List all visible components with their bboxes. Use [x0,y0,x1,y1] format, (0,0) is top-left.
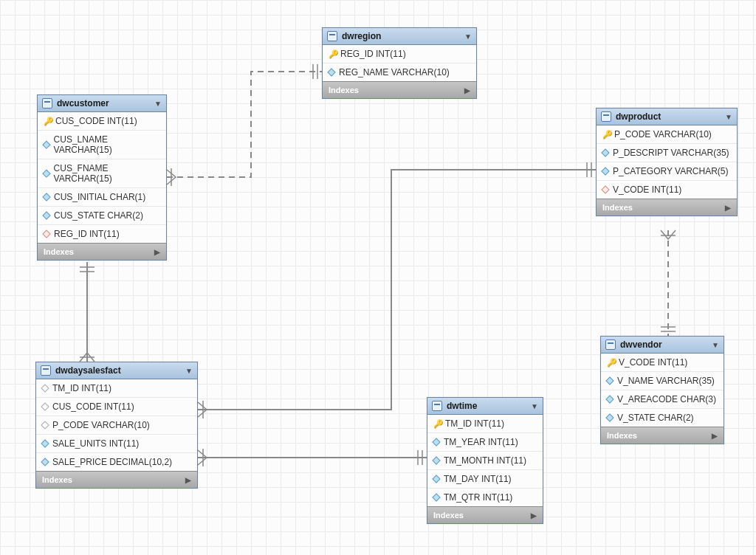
primary-key-icon: 🔑 [433,420,441,427]
table-icon [605,339,616,350]
column-row[interactable]: CUS_LNAME VARCHAR(15) [38,131,166,159]
column-name: V_CODE INT(11) [613,185,681,195]
table-header[interactable]: dwvendor ▼ [601,337,724,354]
chevron-down-icon[interactable]: ▼ [185,367,193,375]
chevron-down-icon[interactable]: ▼ [464,32,472,41]
column-row[interactable]: V_AREACODE CHAR(3) [601,390,724,409]
chevron-right-icon: ▶ [531,511,537,520]
primary-key-icon: 🔑 [602,131,610,138]
column-row[interactable]: P_CATEGORY VARCHAR(5) [597,162,737,181]
columns-list: 🔑REG_ID INT(11)REG_NAME VARCHAR(10) [323,45,476,81]
column-row[interactable]: CUS_FNAME VARCHAR(15) [38,159,166,188]
table-dwvendor[interactable]: dwvendor ▼ 🔑V_CODE INT(11)V_NAME VARCHAR… [600,336,724,444]
primary-key-icon: 🔑 [44,117,51,125]
column-icon [605,395,614,403]
column-plain-icon [41,402,49,410]
column-name: TM_YEAR INT(11) [444,437,518,447]
table-header[interactable]: dwregion ▼ [323,28,476,45]
table-dwtime[interactable]: dwtime ▼ 🔑TM_ID INT(11)TM_YEAR INT(11)TM… [427,397,543,524]
table-dwcustomer[interactable]: dwcustomer ▼ 🔑CUS_CODE INT(11)CUS_LNAME … [37,94,167,261]
column-row[interactable]: REG_NAME VARCHAR(10) [323,63,476,81]
column-row[interactable]: V_CODE INT(11) [597,181,737,199]
column-name: CUS_CODE INT(11) [55,116,137,126]
indexes-label: Indexes [433,511,464,520]
column-row[interactable]: 🔑V_CODE INT(11) [601,354,724,372]
column-name: V_AREACODE CHAR(3) [617,394,716,404]
column-name: P_DESCRIPT VARCHAR(35) [613,148,729,158]
table-header[interactable]: dwcustomer ▼ [38,95,166,112]
column-row[interactable]: 🔑CUS_CODE INT(11) [38,112,166,131]
column-name: SALE_UNITS INT(11) [52,438,139,449]
primary-key-icon: 🔑 [329,50,336,58]
indexes-label: Indexes [329,86,359,94]
column-name: CUS_STATE CHAR(2) [54,210,143,221]
column-name: TM_ID INT(11) [52,383,111,393]
column-icon [605,413,614,421]
columns-list: 🔑TM_ID INT(11)TM_YEAR INT(11)TM_MONTH IN… [427,415,543,506]
primary-key-icon: 🔑 [607,359,614,366]
chevron-down-icon[interactable]: ▼ [154,100,162,108]
chevron-right-icon: ▶ [154,248,160,256]
indexes-label: Indexes [44,247,74,256]
column-row[interactable]: P_CODE VARCHAR(10) [36,416,197,435]
table-header[interactable]: dwtime ▼ [427,398,543,415]
column-icon [432,438,440,446]
chevron-right-icon: ▶ [712,432,718,440]
column-row[interactable]: 🔑TM_ID INT(11) [427,415,543,433]
indexes-bar[interactable]: Indexes ▶ [38,243,166,260]
column-name: REG_ID INT(11) [54,229,120,239]
column-row[interactable]: CUS_CODE INT(11) [36,398,197,416]
table-title: dwcustomer [57,98,150,108]
table-header[interactable]: dwproduct ▼ [597,108,737,125]
table-title: dwproduct [616,111,721,122]
table-dwproduct[interactable]: dwproduct ▼ 🔑P_CODE VARCHAR(10)P_DESCRIP… [596,108,738,216]
chevron-down-icon[interactable]: ▼ [712,341,719,349]
column-name: TM_QTR INT(11) [444,492,512,503]
indexes-bar[interactable]: Indexes ▶ [597,199,737,216]
indexes-bar[interactable]: Indexes ▶ [601,427,724,444]
table-icon [601,111,611,122]
foreign-key-icon [42,230,50,238]
column-icon [42,140,50,148]
indexes-label: Indexes [602,203,633,212]
column-name: REG_NAME VARCHAR(10) [339,67,450,77]
indexes-bar[interactable]: Indexes ▶ [427,506,543,523]
chevron-down-icon[interactable]: ▼ [531,402,538,410]
column-row[interactable]: V_NAME VARCHAR(35) [601,372,724,390]
column-row[interactable]: TM_MONTH INT(11) [427,452,543,470]
table-icon [432,401,442,411]
column-row[interactable]: V_STATE CHAR(2) [601,409,724,427]
table-header[interactable]: dwdaysalesfact ▼ [36,362,197,379]
column-row[interactable]: 🔑P_CODE VARCHAR(10) [597,125,737,144]
table-icon [41,365,51,376]
column-row[interactable]: CUS_STATE CHAR(2) [38,207,166,225]
column-name: V_CODE INT(11) [619,357,687,368]
indexes-bar[interactable]: Indexes ▶ [323,81,476,98]
column-name: P_CATEGORY VARCHAR(5) [613,166,728,176]
column-icon [42,193,50,201]
table-icon [42,98,52,108]
column-row[interactable]: 🔑REG_ID INT(11) [323,45,476,63]
chevron-right-icon: ▶ [464,86,470,94]
table-dwdaysalesfact[interactable]: dwdaysalesfact ▼ TM_ID INT(11)CUS_CODE I… [35,362,198,489]
table-icon [327,31,337,41]
column-row[interactable]: TM_QTR INT(11) [427,489,543,506]
columns-list: 🔑V_CODE INT(11)V_NAME VARCHAR(35)V_AREAC… [601,354,724,427]
indexes-bar[interactable]: Indexes ▶ [36,471,197,488]
column-name: P_CODE VARCHAR(10) [52,420,150,430]
column-name: V_NAME VARCHAR(35) [617,376,715,386]
table-title: dwregion [342,31,460,41]
table-dwregion[interactable]: dwregion ▼ 🔑REG_ID INT(11)REG_NAME VARCH… [322,27,477,99]
column-row[interactable]: SALE_PRICE DECIMAL(10,2) [36,453,197,471]
column-row[interactable]: TM_DAY INT(11) [427,470,543,489]
column-row[interactable]: TM_ID INT(11) [36,379,197,398]
chevron-down-icon[interactable]: ▼ [725,113,732,121]
column-name: CUS_LNAME VARCHAR(15) [54,134,160,155]
column-icon [41,439,49,447]
columns-list: TM_ID INT(11)CUS_CODE INT(11)P_CODE VARC… [36,379,197,471]
column-row[interactable]: REG_ID INT(11) [38,225,166,243]
column-row[interactable]: SALE_UNITS INT(11) [36,435,197,453]
column-row[interactable]: TM_YEAR INT(11) [427,433,543,452]
column-row[interactable]: CUS_INITIAL CHAR(1) [38,188,166,207]
column-row[interactable]: P_DESCRIPT VARCHAR(35) [597,144,737,162]
